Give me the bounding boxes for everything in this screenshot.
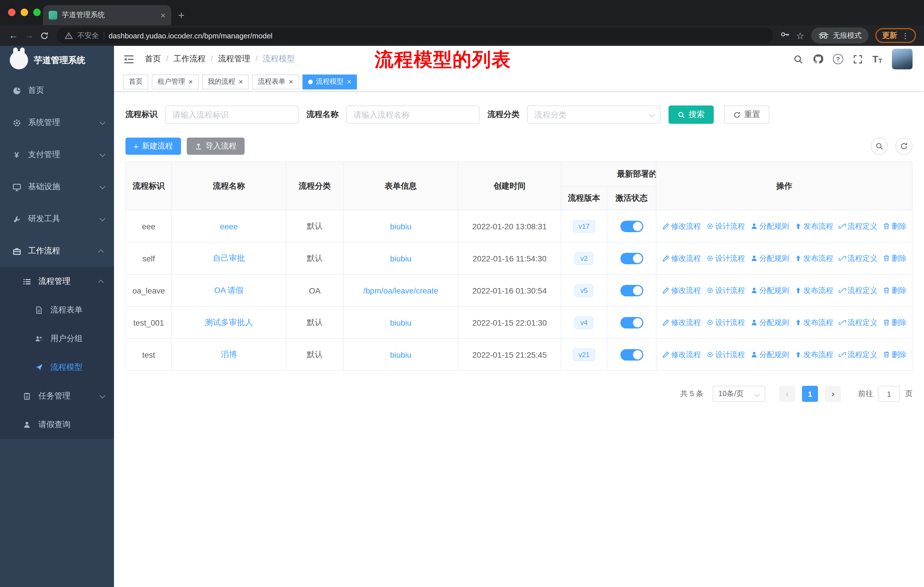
active-toggle[interactable] [620,317,643,328]
sidebar-item-devtools[interactable]: 研发工具 [0,203,114,235]
process-name-input[interactable] [346,106,480,124]
sidebar-item-process-management[interactable]: 流程管理 [0,267,114,296]
reset-button[interactable]: 重置 [724,106,769,124]
reload-button[interactable] [37,30,52,41]
window-zoom-button[interactable] [33,8,41,16]
assign-rule-link[interactable]: 分配规则 [750,285,789,296]
show-search-button[interactable] [871,137,888,155]
assign-rule-link[interactable]: 分配规则 [750,349,789,360]
process-category-select[interactable] [527,106,660,124]
sidebar-item-system[interactable]: 系统管理 [0,107,114,139]
breadcrumb-process-management[interactable]: 流程管理 [218,54,263,64]
tag-process-model[interactable]: 流程模型 × [302,74,357,89]
browser-menu-icon[interactable]: ⋮ [902,31,909,40]
user-avatar[interactable] [892,49,912,69]
tab-close-icon[interactable]: × [160,11,165,20]
sidebar-item-process-form[interactable]: 流程表单 [0,296,114,324]
design-process-link[interactable]: 设计流程 [706,253,745,263]
bookmark-star-icon[interactable]: ☆ [796,30,804,41]
process-key-input[interactable] [165,106,299,124]
current-page-button[interactable]: 1 [802,386,818,402]
sidebar-item-home[interactable]: 首页 [0,74,114,107]
modify-process-link[interactable]: 修改流程 [662,349,701,360]
design-process-link[interactable]: 设计流程 [706,317,745,327]
sidebar-item-leave-query[interactable]: 请假查询 [0,410,114,439]
breadcrumb-workflow[interactable]: 工作流程 [173,54,218,64]
sidebar-item-payment[interactable]: ¥ 支付管理 [0,139,114,171]
row-name-link[interactable]: eeee [220,222,238,231]
sidebar-item-workflow[interactable]: 工作流程 [0,235,114,267]
row-form-link[interactable]: biubiu [390,350,412,359]
design-process-link[interactable]: 设计流程 [706,349,745,360]
help-icon[interactable]: ? [833,54,843,64]
active-toggle[interactable] [620,253,643,264]
row-name-link[interactable]: 滔博 [221,349,237,359]
process-definition-link[interactable]: 流程定义 [838,221,877,231]
password-key-icon[interactable] [780,30,789,41]
tag-my-process[interactable]: 我的流程 × [202,74,249,89]
publish-process-link[interactable]: 发布流程 [794,221,833,231]
close-icon[interactable]: × [289,78,293,85]
browser-tab[interactable]: 芋道管理系统 × [43,5,171,25]
sidebar-item-user-group[interactable]: 用户分组 [0,324,114,353]
assign-rule-link[interactable]: 分配规则 [750,253,789,263]
tag-tenant-management[interactable]: 租户管理 × [152,74,198,89]
close-icon[interactable]: × [239,78,243,85]
process-definition-link[interactable]: 流程定义 [838,349,877,360]
process-definition-link[interactable]: 流程定义 [838,253,877,263]
github-icon[interactable] [813,54,823,64]
refresh-button[interactable] [895,137,912,155]
create-process-button[interactable]: + 新建流程 [125,137,181,155]
delete-link[interactable]: 删除 [883,285,906,296]
page-size-select[interactable]: 10条/页 [713,386,765,402]
design-process-link[interactable]: 设计流程 [706,285,745,296]
forward-button[interactable]: → [21,30,37,41]
active-toggle[interactable] [620,349,643,360]
active-toggle[interactable] [620,284,643,296]
process-definition-link[interactable]: 流程定义 [838,317,877,327]
modify-process-link[interactable]: 修改流程 [662,221,701,231]
delete-link[interactable]: 删除 [883,221,906,231]
sidebar-item-infrastructure[interactable]: 基础设施 [0,171,114,203]
import-process-button[interactable]: 导入流程 [187,137,244,155]
assign-rule-link[interactable]: 分配规则 [750,317,789,327]
search-button[interactable]: 搜索 [668,106,714,124]
modify-process-link[interactable]: 修改流程 [662,317,701,327]
sidebar-item-process-model[interactable]: 流程模型 [0,353,114,382]
sidebar-toggle-icon[interactable] [124,55,134,63]
update-chip[interactable]: 更新 ⋮ [875,28,916,43]
delete-link[interactable]: 删除 [883,253,906,263]
process-definition-link[interactable]: 流程定义 [838,285,877,296]
active-toggle[interactable] [620,220,643,232]
tag-process-form[interactable]: 流程表单 × [252,74,299,89]
publish-process-link[interactable]: 发布流程 [794,349,833,360]
address-bar[interactable]: 不安全 dashboard.yudao.iocoder.cn/bpm/manag… [57,28,773,43]
design-process-link[interactable]: 设计流程 [706,221,745,231]
new-tab-button[interactable]: + [171,5,191,25]
publish-process-link[interactable]: 发布流程 [794,285,833,296]
prev-page-button[interactable]: ‹ [779,386,795,402]
row-name-link[interactable]: OA 请假 [214,285,244,294]
breadcrumb-home[interactable]: 首页 [145,54,173,64]
back-button[interactable]: ← [6,30,21,41]
fullscreen-icon[interactable] [853,54,863,64]
tag-home[interactable]: 首页 [123,74,148,89]
row-form-link[interactable]: biubiu [390,318,412,327]
close-icon[interactable]: × [347,78,351,85]
window-minimize-button[interactable] [21,8,28,16]
close-icon[interactable]: × [188,78,193,85]
next-page-button[interactable]: › [825,386,841,402]
publish-process-link[interactable]: 发布流程 [794,317,833,327]
window-close-button[interactable] [8,8,15,16]
row-name-link[interactable]: 自己审批 [213,253,245,262]
modify-process-link[interactable]: 修改流程 [662,285,701,296]
row-form-link[interactable]: biubiu [390,254,412,263]
search-icon[interactable] [794,54,803,64]
delete-link[interactable]: 删除 [883,317,906,327]
font-size-icon[interactable]: TT [873,54,882,64]
sidebar-item-task-management[interactable]: 任务管理 [0,382,114,410]
row-form-link[interactable]: biubiu [390,222,412,231]
assign-rule-link[interactable]: 分配规则 [750,221,789,231]
row-name-link[interactable]: 测试多审批人 [205,317,253,326]
goto-page-input[interactable] [878,386,900,402]
